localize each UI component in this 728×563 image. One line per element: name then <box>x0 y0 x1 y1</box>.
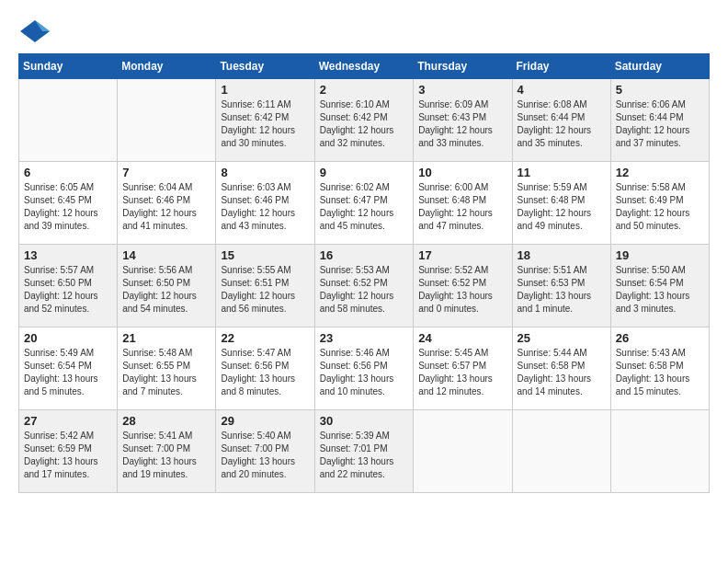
day-info: Sunrise: 6:09 AM Sunset: 6:43 PM Dayligh… <box>418 98 506 150</box>
calendar-cell: 28Sunrise: 5:41 AM Sunset: 7:00 PM Dayli… <box>118 410 216 493</box>
day-number: 4 <box>518 83 606 97</box>
day-number: 7 <box>122 166 210 179</box>
day-info: Sunrise: 5:58 AM Sunset: 6:49 PM Dayligh… <box>616 181 704 233</box>
day-number: 22 <box>221 331 309 345</box>
calendar-table: SundayMondayTuesdayWednesdayThursdayFrid… <box>18 53 710 493</box>
calendar-cell: 14Sunrise: 5:56 AM Sunset: 6:50 PM Dayli… <box>118 245 216 327</box>
day-info: Sunrise: 5:56 AM Sunset: 6:50 PM Dayligh… <box>122 264 210 316</box>
day-info: Sunrise: 5:48 AM Sunset: 6:55 PM Dayligh… <box>122 347 210 398</box>
calendar-week-5: 27Sunrise: 5:42 AM Sunset: 6:59 PM Dayli… <box>19 410 710 493</box>
calendar-header-friday: Friday <box>512 54 610 79</box>
day-number: 23 <box>320 331 409 345</box>
day-number: 13 <box>24 248 112 262</box>
day-number: 20 <box>24 331 112 345</box>
calendar-week-3: 13Sunrise: 5:57 AM Sunset: 6:50 PM Dayli… <box>19 245 710 327</box>
day-number: 8 <box>221 166 309 179</box>
calendar-header-thursday: Thursday <box>414 54 512 79</box>
calendar-cell: 13Sunrise: 5:57 AM Sunset: 6:50 PM Dayli… <box>19 245 118 327</box>
day-number: 14 <box>122 248 210 262</box>
calendar-cell: 29Sunrise: 5:40 AM Sunset: 7:00 PM Dayli… <box>216 410 314 493</box>
page-header <box>18 18 710 44</box>
day-number: 28 <box>122 414 210 428</box>
day-info: Sunrise: 6:06 AM Sunset: 6:44 PM Dayligh… <box>616 98 704 150</box>
calendar-cell: 3Sunrise: 6:09 AM Sunset: 6:43 PM Daylig… <box>414 79 512 162</box>
calendar-cell: 11Sunrise: 5:59 AM Sunset: 6:48 PM Dayli… <box>512 162 610 245</box>
day-info: Sunrise: 5:59 AM Sunset: 6:48 PM Dayligh… <box>518 181 606 233</box>
day-number: 6 <box>24 166 112 179</box>
calendar-header-saturday: Saturday <box>610 54 709 79</box>
calendar-cell <box>414 410 512 493</box>
day-number: 24 <box>418 331 506 345</box>
day-info: Sunrise: 6:11 AM Sunset: 6:42 PM Dayligh… <box>221 98 309 150</box>
calendar-cell: 10Sunrise: 6:00 AM Sunset: 6:48 PM Dayli… <box>414 162 512 245</box>
day-number: 9 <box>320 166 409 179</box>
calendar-cell: 7Sunrise: 6:04 AM Sunset: 6:46 PM Daylig… <box>118 162 216 245</box>
calendar-cell: 23Sunrise: 5:46 AM Sunset: 6:56 PM Dayli… <box>314 327 414 410</box>
day-number: 27 <box>24 414 112 428</box>
calendar-cell: 18Sunrise: 5:51 AM Sunset: 6:53 PM Dayli… <box>512 245 610 327</box>
day-number: 2 <box>320 83 409 97</box>
calendar-cell <box>512 410 610 493</box>
day-number: 10 <box>418 166 506 179</box>
day-info: Sunrise: 6:08 AM Sunset: 6:44 PM Dayligh… <box>518 98 606 150</box>
day-info: Sunrise: 6:05 AM Sunset: 6:45 PM Dayligh… <box>24 181 112 233</box>
calendar-cell <box>118 79 216 162</box>
day-number: 18 <box>518 248 606 262</box>
day-number: 1 <box>221 83 309 97</box>
calendar-cell: 21Sunrise: 5:48 AM Sunset: 6:55 PM Dayli… <box>118 327 216 410</box>
day-info: Sunrise: 5:39 AM Sunset: 7:01 PM Dayligh… <box>320 430 409 481</box>
day-info: Sunrise: 5:47 AM Sunset: 6:56 PM Dayligh… <box>221 347 309 398</box>
calendar-cell: 4Sunrise: 6:08 AM Sunset: 6:44 PM Daylig… <box>512 79 610 162</box>
calendar-cell: 24Sunrise: 5:45 AM Sunset: 6:57 PM Dayli… <box>414 327 512 410</box>
day-info: Sunrise: 5:43 AM Sunset: 6:58 PM Dayligh… <box>616 347 704 398</box>
day-info: Sunrise: 6:02 AM Sunset: 6:47 PM Dayligh… <box>320 181 409 233</box>
calendar-week-1: 1Sunrise: 6:11 AM Sunset: 6:42 PM Daylig… <box>19 79 710 162</box>
day-number: 11 <box>518 166 606 179</box>
calendar-cell: 8Sunrise: 6:03 AM Sunset: 6:46 PM Daylig… <box>216 162 314 245</box>
calendar-cell: 22Sunrise: 5:47 AM Sunset: 6:56 PM Dayli… <box>216 327 314 410</box>
day-number: 17 <box>418 248 506 262</box>
day-info: Sunrise: 5:50 AM Sunset: 6:54 PM Dayligh… <box>616 264 704 316</box>
calendar-cell <box>19 79 118 162</box>
day-number: 5 <box>616 83 704 97</box>
calendar-week-4: 20Sunrise: 5:49 AM Sunset: 6:54 PM Dayli… <box>19 327 710 410</box>
calendar-cell: 6Sunrise: 6:05 AM Sunset: 6:45 PM Daylig… <box>19 162 118 245</box>
day-number: 19 <box>616 248 704 262</box>
calendar-header-monday: Monday <box>118 54 216 79</box>
calendar-cell <box>610 410 709 493</box>
day-info: Sunrise: 5:40 AM Sunset: 7:00 PM Dayligh… <box>221 430 309 481</box>
day-number: 29 <box>221 414 309 428</box>
day-info: Sunrise: 5:52 AM Sunset: 6:52 PM Dayligh… <box>418 264 506 316</box>
day-info: Sunrise: 5:46 AM Sunset: 6:56 PM Dayligh… <box>320 347 409 398</box>
day-info: Sunrise: 5:53 AM Sunset: 6:52 PM Dayligh… <box>320 264 409 316</box>
calendar-cell: 12Sunrise: 5:58 AM Sunset: 6:49 PM Dayli… <box>610 162 709 245</box>
calendar-cell: 9Sunrise: 6:02 AM Sunset: 6:47 PM Daylig… <box>314 162 414 245</box>
calendar-header-row: SundayMondayTuesdayWednesdayThursdayFrid… <box>19 54 710 79</box>
day-info: Sunrise: 5:55 AM Sunset: 6:51 PM Dayligh… <box>221 264 309 316</box>
calendar-cell: 27Sunrise: 5:42 AM Sunset: 6:59 PM Dayli… <box>19 410 118 493</box>
calendar-cell: 15Sunrise: 5:55 AM Sunset: 6:51 PM Dayli… <box>216 245 314 327</box>
day-info: Sunrise: 5:44 AM Sunset: 6:58 PM Dayligh… <box>518 347 606 398</box>
calendar-cell: 16Sunrise: 5:53 AM Sunset: 6:52 PM Dayli… <box>314 245 414 327</box>
day-info: Sunrise: 5:41 AM Sunset: 7:00 PM Dayligh… <box>122 430 210 481</box>
calendar-cell: 17Sunrise: 5:52 AM Sunset: 6:52 PM Dayli… <box>414 245 512 327</box>
calendar-cell: 2Sunrise: 6:10 AM Sunset: 6:42 PM Daylig… <box>314 79 414 162</box>
calendar-header-sunday: Sunday <box>19 54 118 79</box>
calendar-cell: 19Sunrise: 5:50 AM Sunset: 6:54 PM Dayli… <box>610 245 709 327</box>
day-number: 16 <box>320 248 409 262</box>
day-number: 3 <box>418 83 506 97</box>
calendar-header-tuesday: Tuesday <box>216 54 314 79</box>
day-number: 21 <box>122 331 210 345</box>
day-number: 26 <box>616 331 704 345</box>
calendar-header-wednesday: Wednesday <box>314 54 414 79</box>
day-number: 25 <box>518 331 606 345</box>
day-number: 30 <box>320 414 409 428</box>
day-info: Sunrise: 6:10 AM Sunset: 6:42 PM Dayligh… <box>320 98 409 150</box>
calendar-cell: 20Sunrise: 5:49 AM Sunset: 6:54 PM Dayli… <box>19 327 118 410</box>
day-info: Sunrise: 5:49 AM Sunset: 6:54 PM Dayligh… <box>24 347 112 398</box>
day-info: Sunrise: 5:51 AM Sunset: 6:53 PM Dayligh… <box>518 264 606 316</box>
calendar-cell: 26Sunrise: 5:43 AM Sunset: 6:58 PM Dayli… <box>610 327 709 410</box>
calendar-body: 1Sunrise: 6:11 AM Sunset: 6:42 PM Daylig… <box>19 79 710 493</box>
day-info: Sunrise: 5:45 AM Sunset: 6:57 PM Dayligh… <box>418 347 506 398</box>
calendar-cell: 1Sunrise: 6:11 AM Sunset: 6:42 PM Daylig… <box>216 79 314 162</box>
